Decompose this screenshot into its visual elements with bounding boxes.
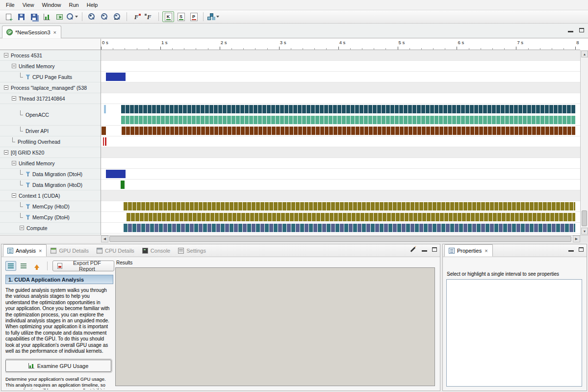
guided-analysis-button[interactable] xyxy=(5,261,16,271)
menu-run[interactable]: Run xyxy=(65,1,83,9)
timeline-track-data-migration-htod[interactable] xyxy=(101,180,580,190)
timeline-row-0-grid-k520[interactable]: [0] GRID K520 xyxy=(0,147,101,158)
timeline-track-context-1-cuda[interactable] xyxy=(101,190,580,201)
timeline-row-process-4531[interactable]: Process 4531 xyxy=(0,50,101,61)
timeline-row-unified-memory[interactable]: Unified Memory xyxy=(0,61,101,72)
timeline-interval[interactable] xyxy=(124,202,575,210)
previous-marker-button[interactable]: F xyxy=(143,11,155,22)
unguided-analysis-button[interactable] xyxy=(19,261,29,271)
collapse-toggle-icon[interactable] xyxy=(12,193,16,198)
zoom-out-button[interactable] xyxy=(99,11,110,22)
horizontal-scrollbar-thumb[interactable] xyxy=(109,236,571,242)
vertical-scrollbar[interactable]: ▲ ▼ xyxy=(580,50,588,235)
timeline-interval[interactable] xyxy=(104,105,106,113)
timeline-row-data-migration-htod[interactable]: Data Migration (HtoD) xyxy=(0,180,101,190)
save-all-button[interactable] xyxy=(28,11,40,22)
timeline-track-unified-memory[interactable] xyxy=(101,158,580,169)
timeline-row-unified-memory[interactable]: Unified Memory xyxy=(0,158,101,169)
close-icon[interactable]: × xyxy=(53,29,57,35)
timeline-interval[interactable] xyxy=(106,73,126,81)
timeline-interval[interactable] xyxy=(127,213,575,221)
minimize-icon[interactable] xyxy=(568,250,574,252)
minimize-icon[interactable] xyxy=(422,250,427,252)
timeline-interval[interactable] xyxy=(122,127,575,135)
timeline-track-cpu-page-faults[interactable] xyxy=(101,72,580,82)
next-marker-button[interactable]: F xyxy=(130,11,142,22)
promote-analysis-button[interactable] xyxy=(31,261,42,271)
menu-window[interactable]: Window xyxy=(38,1,65,9)
timeline-interval[interactable] xyxy=(103,137,104,146)
timeline-interval[interactable] xyxy=(106,170,126,178)
menu-view[interactable]: View xyxy=(19,1,38,9)
timeline-row-data-migration-dtoh[interactable]: Data Migration (DtoH) xyxy=(0,169,101,180)
pencil-icon[interactable] xyxy=(410,247,416,252)
scroll-down-icon[interactable]: ▼ xyxy=(581,228,588,235)
tab-console[interactable]: Console xyxy=(138,244,174,257)
timeline-track-openacc[interactable] xyxy=(101,104,580,126)
collapse-toggle-icon[interactable] xyxy=(4,53,8,57)
maximize-icon[interactable] xyxy=(579,28,584,32)
close-icon[interactable]: × xyxy=(38,248,42,254)
timeline-track-compute[interactable] xyxy=(101,223,580,234)
menu-help[interactable]: Help xyxy=(83,1,102,9)
process-timeline-toggle[interactable]: P xyxy=(188,11,200,22)
minimize-icon[interactable] xyxy=(568,31,573,32)
tab-analysis[interactable]: Analysis× xyxy=(3,244,47,257)
tab-gpu-details[interactable]: GPU Details xyxy=(47,244,93,257)
maximize-icon[interactable] xyxy=(579,247,584,252)
save-button[interactable] xyxy=(15,11,27,22)
tab-cpu-details[interactable]: CPU Details xyxy=(93,244,138,257)
timeline-track-unified-memory[interactable] xyxy=(101,61,580,72)
collapse-toggle-icon[interactable] xyxy=(12,161,16,165)
tab-settings[interactable]: Settings xyxy=(174,244,210,257)
timeline-row-process-laplace-managed-538[interactable]: Process "laplace_managed" (538 xyxy=(0,82,101,93)
timeline-track-process-laplace-managed-538[interactable] xyxy=(101,82,580,93)
tab-newsession3[interactable]: *NewSession3 × xyxy=(2,26,61,38)
maximize-icon[interactable] xyxy=(432,247,437,252)
scroll-right-icon[interactable]: ▶ xyxy=(573,235,580,242)
filter-icon[interactable] xyxy=(26,75,30,79)
scroll-up-icon[interactable]: ▲ xyxy=(581,51,588,57)
zoom-fit-button[interactable] xyxy=(111,11,123,22)
filter-icon[interactable] xyxy=(26,183,30,187)
filter-icon[interactable] xyxy=(26,172,30,177)
timeline-interval[interactable] xyxy=(124,224,575,232)
timeline-row-memcpy-dtoh[interactable]: MemCpy (DtoH) xyxy=(0,212,101,223)
timeline-track-profiling-overhead[interactable] xyxy=(101,136,580,147)
collapse-toggle-icon[interactable] xyxy=(12,96,16,101)
timeline-track-memcpy-htod[interactable] xyxy=(101,201,580,212)
menu-file[interactable]: File xyxy=(2,1,19,9)
timeline-row-openacc[interactable]: OpenACC xyxy=(0,104,101,126)
search-dropdown-button[interactable] xyxy=(66,11,78,22)
scroll-left-icon[interactable]: ◀ xyxy=(101,235,108,242)
kernel-timeline-toggle[interactable]: K xyxy=(162,11,174,22)
timeline-row-compute[interactable]: Compute xyxy=(0,223,101,234)
horizontal-scrollbar[interactable]: ◀ ▶ xyxy=(101,235,580,242)
collapse-toggle-icon[interactable] xyxy=(4,85,8,90)
collapse-toggle-icon[interactable] xyxy=(12,64,16,68)
timeline-row-memcpy-htod[interactable]: MemCpy (HtoD) xyxy=(0,201,101,212)
close-icon[interactable]: × xyxy=(484,248,488,254)
timeline-row-driver-api[interactable]: Driver API xyxy=(0,126,101,136)
timeline-row-cpu-page-faults[interactable]: CPU Page Faults xyxy=(0,72,101,82)
export-pdf-button[interactable]: Export PDF Report xyxy=(52,261,114,271)
zoom-in-button[interactable] xyxy=(86,11,98,22)
filter-icon[interactable] xyxy=(26,215,30,220)
new-session-button[interactable] xyxy=(2,11,14,22)
timeline-interval[interactable] xyxy=(121,105,575,113)
tab-properties[interactable]: Properties × xyxy=(444,244,493,257)
timeline-row-profiling-overhead[interactable]: Profiling Overhead xyxy=(0,136,101,147)
timeline-interval[interactable] xyxy=(102,127,105,135)
analysis-dropdown-button[interactable] xyxy=(207,11,220,22)
export-session-button[interactable] xyxy=(53,11,65,22)
stream-timeline-toggle[interactable]: S xyxy=(175,11,187,22)
timeline-interval[interactable] xyxy=(105,137,106,146)
timeline-ruler[interactable]: 0 s1 s2 s3 s4 s5 s6 s7 s8 xyxy=(101,39,580,50)
timeline-track-data-migration-dtoh[interactable] xyxy=(101,169,580,180)
timeline-interval[interactable] xyxy=(121,181,125,189)
filter-icon[interactable] xyxy=(26,204,30,209)
collapse-toggle-icon[interactable] xyxy=(20,226,24,230)
timeline-row-context-1-cuda[interactable]: Context 1 (CUDA) xyxy=(0,190,101,201)
timeline-track-process-4531[interactable] xyxy=(101,50,580,61)
timeline-row-thread-3172140864[interactable]: Thread 3172140864 xyxy=(0,93,101,104)
